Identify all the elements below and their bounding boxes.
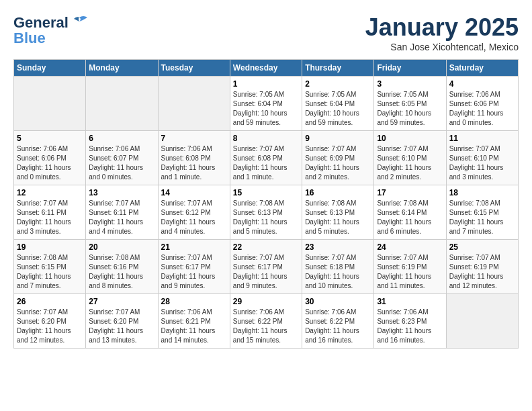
day-info: Sunrise: 7:06 AM Sunset: 6:21 PM Dayligh… <box>161 308 227 345</box>
month-title: January 2025 <box>365 13 519 42</box>
day-number: 30 <box>305 297 371 306</box>
day-number: 23 <box>305 242 371 252</box>
weekday-header-friday: Friday <box>374 60 446 77</box>
calendar-cell: 4Sunrise: 7:06 AM Sunset: 6:06 PM Daylig… <box>446 77 518 131</box>
day-number: 25 <box>449 242 515 252</box>
day-info: Sunrise: 7:08 AM Sunset: 6:16 PM Dayligh… <box>89 253 154 291</box>
calendar-cell: 5Sunrise: 7:06 AM Sunset: 6:06 PM Daylig… <box>14 131 86 185</box>
calendar-cell: 10Sunrise: 7:07 AM Sunset: 6:10 PM Dayli… <box>374 131 446 185</box>
calendar-cell: 16Sunrise: 7:08 AM Sunset: 6:13 PM Dayli… <box>302 185 374 240</box>
day-number: 15 <box>233 188 299 197</box>
day-info: Sunrise: 7:07 AM Sunset: 6:11 PM Dayligh… <box>89 199 154 236</box>
logo-blue-text: Blue <box>13 30 46 47</box>
logo-bird-icon <box>70 13 89 32</box>
weekday-header-tuesday: Tuesday <box>158 60 230 77</box>
day-number: 28 <box>161 297 227 306</box>
day-number: 17 <box>377 188 443 197</box>
day-info: Sunrise: 7:07 AM Sunset: 6:17 PM Dayligh… <box>233 253 299 291</box>
calendar-cell: 31Sunrise: 7:06 AM Sunset: 6:23 PM Dayli… <box>374 294 446 349</box>
calendar-cell: 25Sunrise: 7:07 AM Sunset: 6:19 PM Dayli… <box>446 240 518 294</box>
calendar-table: SundayMondayTuesdayWednesdayThursdayFrid… <box>13 59 519 349</box>
page-header: General Blue January 2025 San Jose Xicoh… <box>13 13 519 52</box>
calendar-cell: 23Sunrise: 7:07 AM Sunset: 6:18 PM Dayli… <box>302 240 374 294</box>
calendar-cell <box>14 77 86 131</box>
calendar-cell: 18Sunrise: 7:08 AM Sunset: 6:15 PM Dayli… <box>446 185 518 240</box>
day-info: Sunrise: 7:08 AM Sunset: 6:14 PM Dayligh… <box>377 199 443 236</box>
day-number: 31 <box>377 297 443 306</box>
calendar-week-4: 19Sunrise: 7:08 AM Sunset: 6:15 PM Dayli… <box>14 240 519 294</box>
calendar-cell: 1Sunrise: 7:05 AM Sunset: 6:04 PM Daylig… <box>230 77 302 131</box>
day-number: 14 <box>161 188 227 197</box>
calendar-cell: 29Sunrise: 7:06 AM Sunset: 6:22 PM Dayli… <box>230 294 302 349</box>
calendar-cell: 9Sunrise: 7:07 AM Sunset: 6:09 PM Daylig… <box>302 131 374 185</box>
day-number: 3 <box>377 79 443 89</box>
day-info: Sunrise: 7:06 AM Sunset: 6:22 PM Dayligh… <box>233 308 299 345</box>
calendar-cell: 24Sunrise: 7:07 AM Sunset: 6:19 PM Dayli… <box>374 240 446 294</box>
day-number: 27 <box>89 297 154 306</box>
day-info: Sunrise: 7:07 AM Sunset: 6:20 PM Dayligh… <box>17 308 83 345</box>
weekday-header-saturday: Saturday <box>446 60 518 77</box>
day-info: Sunrise: 7:05 AM Sunset: 6:04 PM Dayligh… <box>233 90 299 128</box>
calendar-cell: 30Sunrise: 7:06 AM Sunset: 6:22 PM Dayli… <box>302 294 374 349</box>
day-number: 24 <box>377 242 443 252</box>
calendar-cell: 12Sunrise: 7:07 AM Sunset: 6:11 PM Dayli… <box>14 185 86 240</box>
day-number: 5 <box>17 134 83 143</box>
calendar-cell: 19Sunrise: 7:08 AM Sunset: 6:15 PM Dayli… <box>14 240 86 294</box>
day-info: Sunrise: 7:06 AM Sunset: 6:07 PM Dayligh… <box>89 144 154 182</box>
day-info: Sunrise: 7:06 AM Sunset: 6:06 PM Dayligh… <box>449 90 515 128</box>
calendar-cell: 2Sunrise: 7:05 AM Sunset: 6:04 PM Daylig… <box>302 77 374 131</box>
day-info: Sunrise: 7:07 AM Sunset: 6:18 PM Dayligh… <box>305 253 371 291</box>
day-number: 21 <box>161 242 227 252</box>
day-info: Sunrise: 7:08 AM Sunset: 6:13 PM Dayligh… <box>233 199 299 236</box>
day-number: 10 <box>377 134 443 143</box>
calendar-week-1: 1Sunrise: 7:05 AM Sunset: 6:04 PM Daylig… <box>14 77 519 131</box>
day-info: Sunrise: 7:06 AM Sunset: 6:08 PM Dayligh… <box>161 144 227 182</box>
day-number: 29 <box>233 297 299 306</box>
day-info: Sunrise: 7:07 AM Sunset: 6:12 PM Dayligh… <box>161 199 227 236</box>
weekday-header-thursday: Thursday <box>302 60 374 77</box>
day-info: Sunrise: 7:05 AM Sunset: 6:04 PM Dayligh… <box>305 90 371 128</box>
day-info: Sunrise: 7:07 AM Sunset: 6:19 PM Dayligh… <box>449 253 515 291</box>
day-number: 7 <box>161 134 227 143</box>
calendar-cell: 22Sunrise: 7:07 AM Sunset: 6:17 PM Dayli… <box>230 240 302 294</box>
day-info: Sunrise: 7:07 AM Sunset: 6:08 PM Dayligh… <box>233 144 299 182</box>
day-number: 1 <box>233 79 299 89</box>
day-info: Sunrise: 7:08 AM Sunset: 6:15 PM Dayligh… <box>449 199 515 236</box>
title-block: January 2025 San Jose Xicohtencatl, Mexi… <box>365 13 519 52</box>
calendar-cell: 7Sunrise: 7:06 AM Sunset: 6:08 PM Daylig… <box>158 131 230 185</box>
day-number: 9 <box>305 134 371 143</box>
calendar-cell <box>158 77 230 131</box>
calendar-cell: 14Sunrise: 7:07 AM Sunset: 6:12 PM Dayli… <box>158 185 230 240</box>
day-info: Sunrise: 7:07 AM Sunset: 6:19 PM Dayligh… <box>377 253 443 291</box>
day-number: 13 <box>89 188 154 197</box>
calendar-cell: 6Sunrise: 7:06 AM Sunset: 6:07 PM Daylig… <box>86 131 158 185</box>
day-info: Sunrise: 7:08 AM Sunset: 6:13 PM Dayligh… <box>305 199 371 236</box>
day-info: Sunrise: 7:06 AM Sunset: 6:22 PM Dayligh… <box>305 308 371 345</box>
calendar-cell: 21Sunrise: 7:07 AM Sunset: 6:17 PM Dayli… <box>158 240 230 294</box>
day-info: Sunrise: 7:07 AM Sunset: 6:09 PM Dayligh… <box>305 144 371 182</box>
day-info: Sunrise: 7:07 AM Sunset: 6:10 PM Dayligh… <box>377 144 443 182</box>
day-number: 22 <box>233 242 299 252</box>
calendar-cell: 26Sunrise: 7:07 AM Sunset: 6:20 PM Dayli… <box>14 294 86 349</box>
day-number: 18 <box>449 188 515 197</box>
calendar-cell: 15Sunrise: 7:08 AM Sunset: 6:13 PM Dayli… <box>230 185 302 240</box>
calendar-week-3: 12Sunrise: 7:07 AM Sunset: 6:11 PM Dayli… <box>14 185 519 240</box>
weekday-header-sunday: Sunday <box>14 60 86 77</box>
day-number: 19 <box>17 242 83 252</box>
day-info: Sunrise: 7:06 AM Sunset: 6:23 PM Dayligh… <box>377 308 443 345</box>
day-info: Sunrise: 7:07 AM Sunset: 6:10 PM Dayligh… <box>449 144 515 182</box>
day-number: 6 <box>89 134 154 143</box>
day-number: 4 <box>449 79 515 89</box>
day-number: 12 <box>17 188 83 197</box>
calendar-cell <box>446 294 518 349</box>
weekday-header-row: SundayMondayTuesdayWednesdayThursdayFrid… <box>14 60 519 77</box>
day-info: Sunrise: 7:08 AM Sunset: 6:15 PM Dayligh… <box>17 253 83 291</box>
calendar-cell: 3Sunrise: 7:05 AM Sunset: 6:05 PM Daylig… <box>374 77 446 131</box>
day-info: Sunrise: 7:07 AM Sunset: 6:11 PM Dayligh… <box>17 199 83 236</box>
day-number: 11 <box>449 134 515 143</box>
day-number: 20 <box>89 242 154 252</box>
day-number: 26 <box>17 297 83 306</box>
logo: General Blue <box>13 13 89 47</box>
day-info: Sunrise: 7:07 AM Sunset: 6:17 PM Dayligh… <box>161 253 227 291</box>
calendar-cell: 8Sunrise: 7:07 AM Sunset: 6:08 PM Daylig… <box>230 131 302 185</box>
